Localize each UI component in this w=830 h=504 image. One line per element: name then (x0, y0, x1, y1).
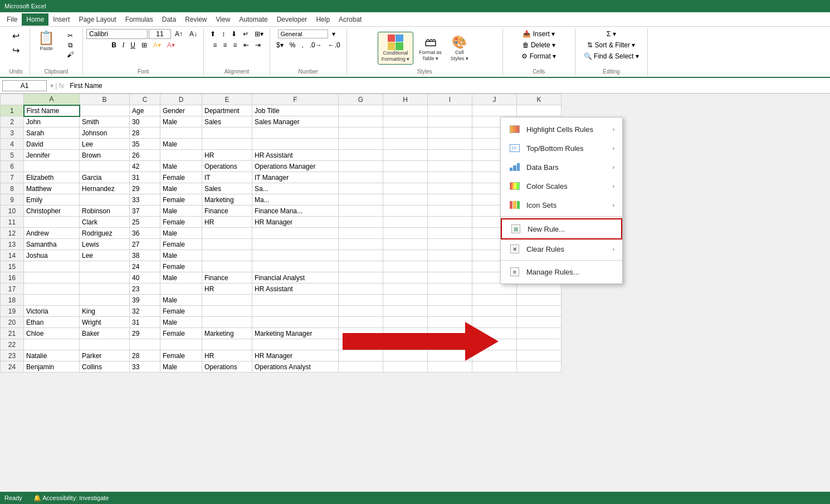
cell-r5c7[interactable] (339, 150, 383, 161)
cell-r24c1[interactable]: Benjamin (24, 361, 80, 373)
cell-r21c4[interactable]: Female (160, 328, 202, 339)
cell-r20c2[interactable]: Wright (80, 317, 130, 328)
cell-r13c4[interactable]: Female (160, 239, 202, 250)
dropdown-item-topbottom[interactable]: Top/Bottom Rules› (501, 139, 622, 158)
cell-r19c11[interactable] (517, 306, 562, 317)
cell-r19c7[interactable] (339, 306, 383, 317)
menu-item-automate[interactable]: Automate (235, 13, 272, 26)
cell-r8c9[interactable] (428, 183, 472, 194)
col-header-k[interactable]: K (517, 94, 562, 105)
cell-r3c1[interactable]: Sarah (24, 128, 80, 139)
sum-button[interactable]: Σ ▾ (604, 29, 619, 39)
cell-r15c3[interactable]: 24 (130, 261, 160, 272)
cell-r10c5[interactable]: Finance (202, 205, 252, 217)
cell-r8c3[interactable]: 29 (130, 183, 160, 194)
menu-item-view[interactable]: View (212, 13, 235, 26)
cell-r21c10[interactable] (472, 328, 517, 339)
find-select-button[interactable]: 🔍 Find & Select ▾ (581, 51, 642, 61)
conditional-formatting-button[interactable]: ConditionalFormatting ▾ (378, 32, 414, 65)
cell-r10c9[interactable] (428, 205, 472, 217)
cell-r2c5[interactable]: Sales (202, 116, 252, 128)
cell-r24c6[interactable]: Operations Analyst (252, 361, 339, 373)
percent-style-button[interactable]: % (287, 40, 299, 50)
cell-r1c4[interactable]: Gender (160, 105, 202, 116)
font-increase-button[interactable]: A↑ (172, 29, 185, 39)
cell-r6c7[interactable] (339, 161, 383, 172)
cell-r4c2[interactable]: Lee (80, 139, 130, 150)
cell-r4c4[interactable]: Male (160, 139, 202, 150)
cell-r9c3[interactable]: 33 (130, 194, 160, 205)
cell-r23c8[interactable] (383, 350, 428, 361)
row-header-12[interactable]: 12 (1, 228, 24, 239)
cell-r22c4[interactable] (160, 339, 202, 350)
font-decrease-button[interactable]: A↓ (187, 29, 200, 39)
cell-r17c7[interactable] (339, 283, 383, 295)
cell-r6c9[interactable] (428, 161, 472, 172)
align-bottom-button[interactable]: ⬇ (228, 29, 240, 39)
cell-r21c3[interactable]: 29 (130, 328, 160, 339)
cell-r17c5[interactable]: HR (202, 283, 252, 295)
cell-r23c5[interactable]: HR (202, 350, 252, 361)
cell-r3c9[interactable] (428, 128, 472, 139)
cell-r20c9[interactable] (428, 317, 472, 328)
col-header-j[interactable]: J (472, 94, 517, 105)
cell-r24c10[interactable] (472, 361, 517, 373)
border-button[interactable]: ⊞ (139, 40, 150, 50)
row-header-14[interactable]: 14 (1, 250, 24, 261)
cell-r20c1[interactable]: Ethan (24, 317, 80, 328)
cell-r11c7[interactable] (339, 217, 383, 228)
cell-r10c7[interactable] (339, 205, 383, 217)
align-center-button[interactable]: ≡ (221, 40, 230, 50)
cell-r19c2[interactable]: King (80, 306, 130, 317)
row-header-21[interactable]: 21 (1, 328, 24, 339)
row-header-2[interactable]: 2 (1, 116, 24, 128)
cell-r13c3[interactable]: 27 (130, 239, 160, 250)
delete-button[interactable]: 🗑 Delete ▾ (520, 40, 558, 50)
cell-r1c7[interactable] (339, 105, 383, 116)
cell-r13c7[interactable] (339, 239, 383, 250)
cell-r2c6[interactable]: Sales Manager (252, 116, 339, 128)
font-color-button[interactable]: A▾ (164, 40, 178, 50)
col-header-d[interactable]: D (160, 94, 202, 105)
increase-decimal-button[interactable]: .0→ (307, 40, 325, 50)
cell-r20c3[interactable]: 31 (130, 317, 160, 328)
cell-r9c2[interactable] (80, 194, 130, 205)
cell-r1c5[interactable]: Department (202, 105, 252, 116)
cell-r6c2[interactable] (80, 161, 130, 172)
cell-r19c6[interactable] (252, 306, 339, 317)
cell-r23c2[interactable]: Parker (80, 350, 130, 361)
cell-r22c5[interactable] (202, 339, 252, 350)
cell-r9c5[interactable]: Marketing (202, 194, 252, 205)
name-box[interactable] (2, 80, 47, 91)
cell-r5c9[interactable] (428, 150, 472, 161)
cell-r14c4[interactable]: Male (160, 250, 202, 261)
cell-r17c4[interactable] (160, 283, 202, 295)
cell-r9c4[interactable]: Female (160, 194, 202, 205)
dropdown-item-iconsets[interactable]: Icon Sets› (501, 195, 622, 214)
cell-r19c3[interactable]: 32 (130, 306, 160, 317)
cell-r7c1[interactable]: Elizabeth (24, 172, 80, 183)
cell-r22c6[interactable] (252, 339, 339, 350)
cell-r17c1[interactable] (24, 283, 80, 295)
formula-input[interactable] (67, 81, 828, 91)
cell-r18c10[interactable] (472, 295, 517, 306)
cell-r19c10[interactable] (472, 306, 517, 317)
cell-r6c6[interactable]: Operations Manager (252, 161, 339, 172)
cell-r18c9[interactable] (428, 295, 472, 306)
cell-r19c8[interactable] (383, 306, 428, 317)
row-header-9[interactable]: 9 (1, 194, 24, 205)
cell-r2c1[interactable]: John (24, 116, 80, 128)
cell-r4c3[interactable]: 35 (130, 139, 160, 150)
menu-item-insert[interactable]: Insert (48, 13, 74, 26)
col-header-f[interactable]: F (252, 94, 339, 105)
cell-r14c7[interactable] (339, 250, 383, 261)
row-header-3[interactable]: 3 (1, 128, 24, 139)
cell-r7c4[interactable]: Female (160, 172, 202, 183)
cell-r15c5[interactable] (202, 261, 252, 272)
cell-r22c8[interactable] (383, 339, 428, 350)
cell-r13c2[interactable]: Lewis (80, 239, 130, 250)
cell-r17c11[interactable] (517, 283, 562, 295)
cell-r18c1[interactable] (24, 295, 80, 306)
cell-r23c3[interactable]: 28 (130, 350, 160, 361)
row-header-22[interactable]: 22 (1, 339, 24, 350)
